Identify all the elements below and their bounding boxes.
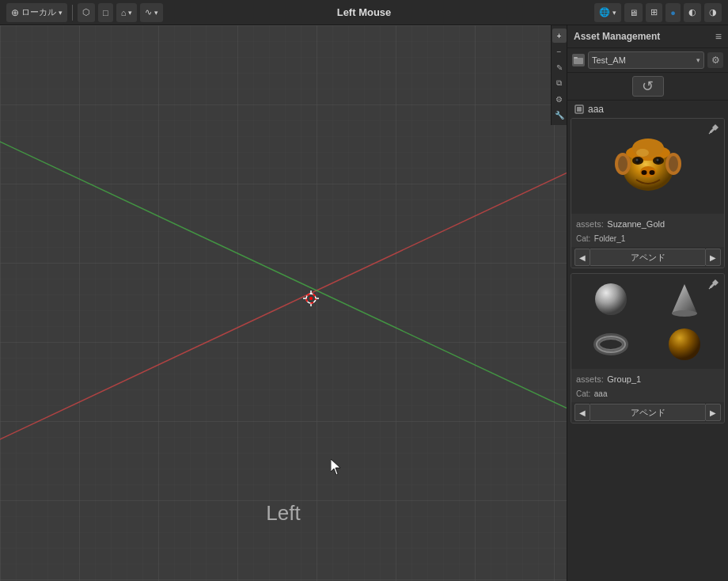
nav-label-1[interactable]: アペンド [590, 249, 705, 266]
asset-info-1: assets: Suzanne_Gold Cat: Folder_1 [571, 214, 724, 247]
panel-menu-btn[interactable]: ≡ [715, 30, 722, 43]
chevron-3: ▾ [128, 9, 132, 17]
material-gold-sphere [649, 322, 722, 366]
toolbar-btn-3[interactable]: ⌂ ▾ [116, 3, 138, 22]
nav-next-2[interactable]: ▶ [705, 404, 721, 421]
toolbar-btn-8[interactable]: ● [665, 3, 681, 22]
svg-point-28 [656, 159, 658, 161]
svg-rect-13 [574, 57, 578, 59]
svg-rect-12 [574, 58, 583, 64]
panel-brush-btn[interactable]: ✎ [552, 60, 567, 74]
asset-cat-1: Cat: Folder_1 [576, 230, 719, 245]
panel-link-btn[interactable]: ⧉ [552, 76, 567, 90]
mode-selector[interactable]: ⊕ ローカル ▾ [6, 3, 67, 22]
toolbar-icon-7: ⊞ [650, 7, 658, 17]
nav-next-1[interactable]: ▶ [705, 249, 721, 266]
nav-label-2[interactable]: アペンド [590, 404, 705, 421]
mode-chevron: ▾ [59, 9, 63, 17]
asset-card-suzanne: assets: Suzanne_Gold Cat: Folder_1 ◀ アペン… [571, 118, 725, 268]
asset-nav-1: ◀ アペンド ▶ [571, 247, 724, 268]
svg-point-33 [636, 149, 649, 157]
grid [0, 25, 567, 581]
panel-plus-btn[interactable]: + [552, 28, 567, 43]
refresh-icon: ↺ [642, 78, 654, 95]
asset-card-group: assets: Group_1 Cat: aaa ◀ アペンド ▶ [571, 273, 725, 423]
pin-btn-1[interactable] [707, 122, 721, 136]
asset-info-2: assets: Group_1 Cat: aaa [571, 369, 724, 402]
asset-management-panel: Asset Management ≡ Test_AM ▾ ⚙ ↺ [567, 25, 728, 581]
chevron-4: ▾ [154, 9, 158, 17]
category-row: aaa [567, 101, 728, 118]
toolbar-btn-6[interactable]: 🖥 [624, 3, 643, 22]
asset-name-2: assets: Group_1 [576, 371, 719, 385]
toolbar-btn-5[interactable]: 🌐 ▾ [594, 3, 621, 22]
toolbar-icon-10: ◑ [709, 7, 717, 17]
library-selector[interactable]: Test_AM ▾ [588, 51, 704, 69]
asset-nav-2: ◀ アペンド ▶ [571, 402, 724, 423]
panel-minus-btn[interactable]: − [552, 44, 567, 59]
svg-point-20 [618, 156, 628, 172]
toolbar-icon-8: ● [670, 8, 676, 17]
material-silver-sphere [574, 277, 647, 321]
viewport[interactable]: Left [0, 25, 567, 581]
top-toolbar: ⊕ ローカル ▾ ⬡ □ ⌂ ▾ ∿ ▾ Left Mouse 🌐 ▾ 🖥 ⊞ … [0, 0, 728, 25]
asset-thumbnail-group [571, 274, 724, 369]
svg-rect-15 [577, 107, 582, 112]
toolbar-btn-2[interactable]: □ [98, 3, 113, 22]
toolbar-btn-7[interactable]: ⊞ [646, 3, 662, 22]
category-icon [574, 104, 585, 115]
material-silver-torus [574, 322, 647, 366]
toolbar-btn-9[interactable]: ◐ [684, 3, 701, 22]
svg-marker-36 [672, 284, 697, 313]
toolbar-title: Left Mouse [337, 6, 392, 18]
panel-title: Asset Management [574, 31, 660, 42]
nav-prev-2[interactable]: ◀ [574, 404, 590, 421]
category-name: aaa [588, 104, 604, 115]
svg-point-21 [669, 156, 678, 172]
svg-point-30 [641, 170, 646, 175]
library-name: Test_AM [592, 55, 626, 65]
refresh-row: ↺ [567, 73, 728, 101]
toolbar-btn-4[interactable]: ∿ ▾ [140, 3, 163, 22]
toolbar-icon-5: 🌐 [599, 7, 610, 17]
svg-point-35 [595, 283, 627, 315]
mode-icon: ⊕ [11, 7, 19, 18]
svg-point-27 [635, 159, 638, 161]
nav-prev-1[interactable]: ◀ [574, 249, 590, 266]
toolbar-sep-1 [72, 5, 73, 21]
toolbar-icon-4: ∿ [145, 7, 152, 17]
svg-rect-1 [0, 25, 567, 581]
library-folder-icon [572, 54, 585, 66]
library-gear-btn[interactable]: ⚙ [707, 52, 723, 68]
toolbar-right: 🌐 ▾ 🖥 ⊞ ● ◐ ◑ [594, 3, 722, 22]
toolbar-icon-1: ⬡ [82, 7, 90, 17]
group-materials-grid [571, 274, 724, 369]
asset-thumbnail-suzanne [571, 119, 724, 214]
panel-gear-btn[interactable]: ⚙ [552, 92, 567, 106]
toolbar-btn-10[interactable]: ◑ [704, 3, 722, 22]
refresh-btn[interactable]: ↺ [632, 76, 664, 97]
mode-label: ローカル [21, 6, 56, 18]
svg-point-40 [669, 328, 700, 360]
panel-header: Asset Management ≡ [567, 25, 728, 48]
toolbar-icon-3: ⌂ [121, 8, 127, 17]
panel-wrench-btn[interactable]: 🔧 [552, 108, 567, 122]
library-chevron: ▾ [696, 56, 700, 64]
toolbar-icon-6: 🖥 [629, 8, 638, 17]
toolbar-btn-1[interactable]: ⬡ [78, 3, 95, 22]
library-row: Test_AM ▾ ⚙ [567, 48, 728, 73]
toolbar-icon-2: □ [103, 8, 108, 17]
gear-icon: ⚙ [711, 55, 720, 66]
chevron-5: ▾ [612, 9, 616, 17]
toolbar-icon-9: ◐ [688, 7, 696, 17]
svg-point-31 [649, 170, 654, 175]
asset-cat-2: Cat: aaa [576, 385, 719, 400]
svg-point-37 [672, 310, 697, 317]
asset-name-1: assets: Suzanne_Gold [576, 216, 719, 230]
right-icons-strip: + − ✎ ⧉ ⚙ 🔧 [551, 25, 567, 125]
pin-btn-2[interactable] [707, 277, 721, 291]
